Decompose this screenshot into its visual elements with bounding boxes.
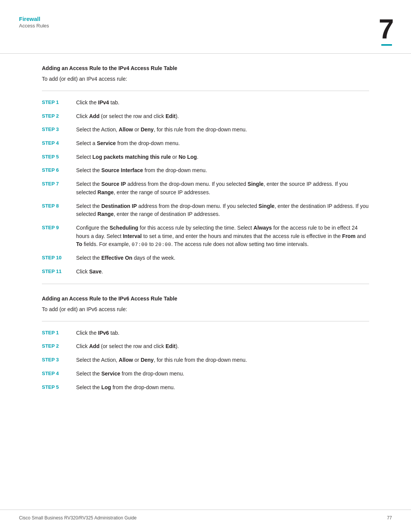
ipv4-step-1: STEP 1 Click the IPv4 tab. [42,99,369,107]
ipv4-section-title: Adding an Access Rule to the IPv4 Access… [42,65,369,71]
ipv4-step-5-content: Select Log packets matching this rule or… [76,153,369,161]
ipv6-step-3-content: Select the Action, Allow or Deny, for th… [76,356,369,364]
ipv4-step-8: STEP 8 Select the Destination IP address… [42,202,369,219]
ipv4-step-6-label: STEP 6 [42,166,76,174]
ipv4-step-10: STEP 10 Select the Effective On days of … [42,254,369,262]
ipv4-step-3-label: STEP 3 [42,126,76,133]
ipv4-step-9-label: STEP 9 [42,224,76,232]
ipv6-step-2: STEP 2 Click Add (or select the row and … [42,342,369,351]
ipv6-step-2-label: STEP 2 [42,342,76,350]
ipv4-section-intro: To add (or edit) an IPv4 access rule: [42,75,369,83]
ipv4-step-7: STEP 7 Select the Source IP address from… [42,180,369,197]
ipv4-step-2-content: Click Add (or select the row and click E… [76,112,369,121]
footer-page-number: 77 [387,515,392,521]
chapter-number: 7 [379,15,394,43]
ipv4-step-11: STEP 11 Click Save. [42,268,369,276]
ipv4-steps: STEP 1 Click the IPv4 tab. STEP 2 Click … [42,99,369,276]
chapter-number-bar [381,44,392,46]
ipv4-step-5: STEP 5 Select Log packets matching this … [42,153,369,161]
ipv6-step-1-content: Click the IPv6 tab. [76,329,369,337]
ipv6-step-2-content: Click Add (or select the row and click E… [76,342,369,351]
ipv4-step-7-label: STEP 7 [42,180,76,188]
ipv4-step-3-content: Select the Action, Allow or Deny, for th… [76,126,369,134]
main-content: Adding an Access Rule to the IPv4 Access… [0,54,411,414]
footer-left-text: Cisco Small Business RV320/RV325 Adminis… [19,515,137,521]
ipv4-step-3: STEP 3 Select the Action, Allow or Deny,… [42,126,369,134]
ipv6-top-divider [42,321,369,321]
ipv4-step-5-label: STEP 5 [42,153,76,161]
ipv6-step-5-content: Select the Log from the drop-down menu. [76,383,369,392]
ipv4-step-8-content: Select the Destination IP address from t… [76,202,369,219]
ipv4-step-4-label: STEP 4 [42,139,76,147]
ipv4-step-9-content: Configure the Scheduling for this access… [76,224,369,249]
ipv6-step-1: STEP 1 Click the IPv6 tab. [42,329,369,337]
ipv4-step-2: STEP 2 Click Add (or select the row and … [42,112,369,121]
ipv6-section-intro: To add (or edit) an IPv6 access rule: [42,305,369,313]
ipv4-step-6-content: Select the Source Interface from the dro… [76,166,369,175]
ipv4-step-10-content: Select the Effective On days of the week… [76,254,369,262]
ipv6-section-title: Adding an Access Rule to the IPv6 Access… [42,296,369,302]
ipv4-step-9: STEP 9 Configure the Scheduling for this… [42,224,369,249]
ipv6-step-5: STEP 5 Select the Log from the drop-down… [42,383,369,392]
ipv6-step-3-label: STEP 3 [42,356,76,364]
header-left: Firewall Access Rules [19,15,49,29]
ipv6-step-5-label: STEP 5 [42,383,76,391]
ipv6-step-4-label: STEP 4 [42,370,76,377]
ipv4-step-1-content: Click the IPv4 tab. [76,99,369,107]
ipv4-step-11-label: STEP 11 [42,268,76,275]
page-container: Firewall Access Rules 7 Adding an Access… [0,0,411,532]
ipv6-step-1-label: STEP 1 [42,329,76,337]
page-header: Firewall Access Rules 7 [0,0,411,54]
page-footer: Cisco Small Business RV320/RV325 Adminis… [0,510,411,521]
ipv6-steps: STEP 1 Click the IPv6 tab. STEP 2 Click … [42,329,369,391]
chapter-title: Firewall [19,15,49,23]
section-title: Access Rules [19,23,49,29]
ipv4-step-10-label: STEP 10 [42,254,76,262]
ipv4-step-1-label: STEP 1 [42,99,76,106]
ipv4-step-11-content: Click Save. [76,268,369,276]
ipv4-top-divider [42,91,369,91]
ipv6-step-4: STEP 4 Select the Service from the drop-… [42,370,369,378]
ipv6-step-3: STEP 3 Select the Action, Allow or Deny,… [42,356,369,364]
ipv4-step-4-content: Select a Service from the drop-down menu… [76,139,369,148]
ipv4-section: Adding an Access Rule to the IPv4 Access… [42,65,369,284]
ipv4-bottom-divider [42,284,369,284]
header-right: 7 [379,15,392,46]
ipv6-section: Adding an Access Rule to the IPv6 Access… [42,296,369,391]
ipv6-step-4-content: Select the Service from the drop-down me… [76,370,369,378]
ipv4-step-8-label: STEP 8 [42,202,76,210]
ipv4-step-2-label: STEP 2 [42,112,76,120]
ipv4-step-4: STEP 4 Select a Service from the drop-do… [42,139,369,148]
ipv4-step-6: STEP 6 Select the Source Interface from … [42,166,369,175]
ipv4-step-7-content: Select the Source IP address from the dr… [76,180,369,197]
